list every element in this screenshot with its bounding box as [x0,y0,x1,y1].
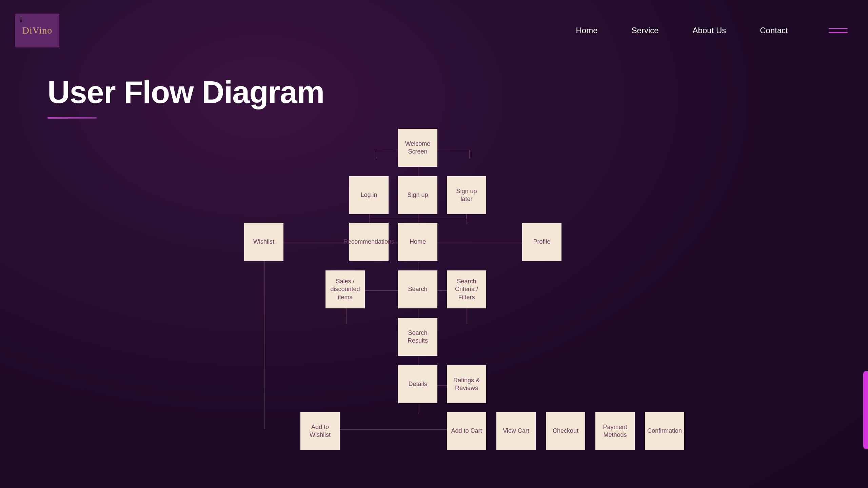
node-signup: Sign up [398,176,437,214]
hamburger-menu-icon[interactable] [829,28,848,33]
node-details: Details [398,365,437,403]
page-title: User Flow Diagram [47,75,868,110]
node-recommendations: Recommendations [349,223,389,261]
node-sales: Sales / discounted items [326,270,365,308]
node-confirmation: Confirmation [645,412,684,450]
node-welcome: Welcome Screen [398,129,437,167]
logo-text: DiVino [22,25,52,36]
node-profile: Profile [522,223,561,261]
node-criteria: Search Criteria / Filters [447,270,486,308]
side-tab[interactable] [863,371,868,449]
title-underline [47,117,97,119]
logo[interactable]: DiVino [15,14,59,47]
node-home: Home [398,223,437,261]
header: DiVino Home Service About Us Contact [0,0,868,54]
nav-service[interactable]: Service [632,26,659,35]
node-addcart: Add to Cart [447,412,486,450]
node-payment: Payment Methods [595,412,635,450]
nav-about[interactable]: About Us [693,26,726,35]
node-login: Log in [349,176,389,214]
node-results: Search Results [398,318,437,356]
node-signuplater: Sign up later [447,176,486,214]
node-search: Search [398,270,437,308]
nav-home[interactable]: Home [576,26,598,35]
node-checkout: Checkout [546,412,585,450]
node-addwishlist: Add to Wishlist [300,412,340,450]
node-viewcart: View Cart [496,412,536,450]
nav-contact[interactable]: Contact [760,26,788,35]
flow-diagram: Welcome Screen Log in Sign up Sign up la… [0,129,868,468]
wine-bottle-icon [18,16,25,23]
nav: Home Service About Us Contact [576,26,848,35]
node-wishlist: Wishlist [244,223,283,261]
node-ratings: Ratings & Reviews [447,365,486,403]
